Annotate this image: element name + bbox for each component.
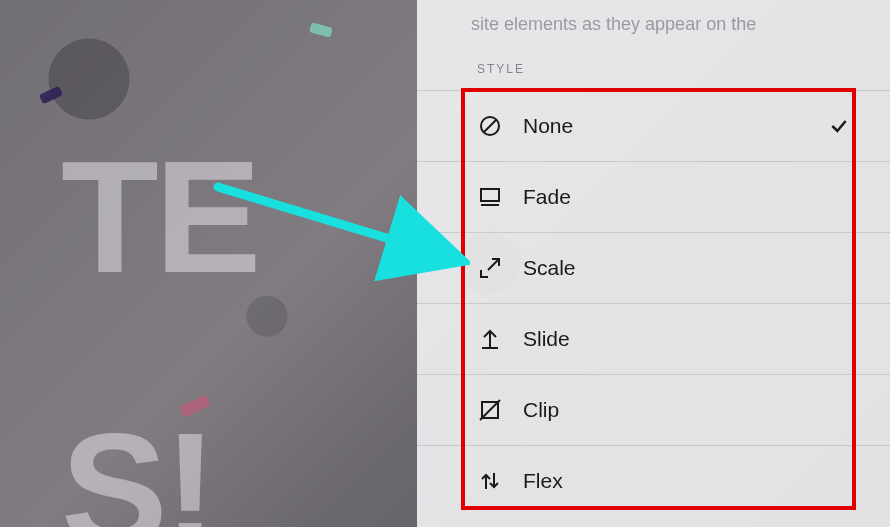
none-icon	[477, 113, 503, 139]
scale-icon	[477, 255, 503, 281]
empty-check	[828, 186, 850, 208]
style-option-scale[interactable]: Scale	[417, 233, 890, 304]
flex-icon	[477, 468, 503, 494]
clip-icon	[477, 397, 503, 423]
style-option-label: Scale	[523, 256, 808, 280]
style-option-fade[interactable]: Fade	[417, 162, 890, 233]
style-section-label: STYLE	[417, 46, 890, 90]
panel-description-fragment: site elements as they appear on the	[417, 8, 890, 46]
svg-line-1	[484, 120, 497, 133]
style-option-label: None	[523, 114, 808, 138]
style-option-label: Flex	[523, 469, 808, 493]
animation-style-panel: site elements as they appear on the STYL…	[417, 0, 890, 527]
empty-check	[828, 257, 850, 279]
empty-check	[828, 328, 850, 350]
style-option-flex[interactable]: Flex	[417, 446, 890, 516]
style-option-list: None Fade Scale Slide	[417, 90, 890, 516]
empty-check	[828, 399, 850, 421]
svg-rect-2	[481, 189, 499, 201]
selected-check-icon	[828, 115, 850, 137]
style-option-label: Slide	[523, 327, 808, 351]
style-option-clip[interactable]: Clip	[417, 375, 890, 446]
style-option-label: Clip	[523, 398, 808, 422]
slide-icon	[477, 326, 503, 352]
style-option-slide[interactable]: Slide	[417, 304, 890, 375]
fade-icon	[477, 184, 503, 210]
empty-check	[828, 470, 850, 492]
style-option-label: Fade	[523, 185, 808, 209]
svg-line-4	[488, 259, 499, 270]
style-option-none[interactable]: None	[417, 90, 890, 162]
